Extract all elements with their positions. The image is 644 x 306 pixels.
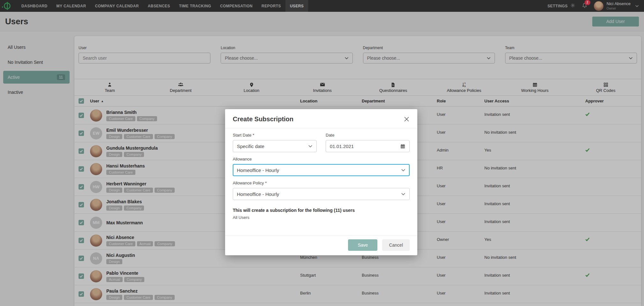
cancel-button[interactable]: Cancel: [382, 239, 410, 251]
subscription-summary-detail: All Users: [233, 215, 410, 220]
allowance-label: Allowance: [233, 157, 410, 161]
start-date-label: Start Date *: [233, 133, 317, 138]
save-button[interactable]: Save: [348, 239, 377, 251]
allowance-policy-select[interactable]: Homeoffice - Hourly: [233, 188, 410, 200]
allowance-policy-value: Homeoffice - Hourly: [237, 191, 279, 197]
modal-header: Create Subscription: [225, 109, 417, 128]
calendar-icon: [400, 144, 405, 149]
date-label: Date: [326, 133, 410, 138]
create-subscription-modal: Create Subscription Start Date * Specifi…: [225, 109, 417, 255]
date-value: 01.01.2021: [330, 144, 354, 149]
modal-title: Create Subscription: [233, 116, 293, 123]
chevron-down-icon: [308, 145, 313, 148]
close-icon[interactable]: [404, 116, 410, 122]
allowance-value: Homeoffice - Hourly: [237, 168, 279, 173]
modal-footer: Save Cancel: [225, 235, 417, 255]
allowance-select[interactable]: Homeoffice - Hourly: [233, 164, 410, 176]
chevron-down-icon: [401, 169, 405, 172]
start-date-select[interactable]: Specific date: [233, 140, 317, 152]
app-window: DASHBOARDMY CALENDARCOMPANY CALENDARABSE…: [0, 0, 644, 306]
date-input[interactable]: 01.01.2021: [326, 140, 410, 152]
chevron-down-icon: [401, 193, 405, 196]
modal-body: Start Date * Specific date Date 01.01.20…: [225, 128, 417, 235]
subscription-summary: This will create a subscription for the …: [233, 208, 410, 213]
allowance-policy-label: Allowance Policy *: [233, 181, 410, 185]
start-date-value: Specific date: [237, 144, 264, 149]
